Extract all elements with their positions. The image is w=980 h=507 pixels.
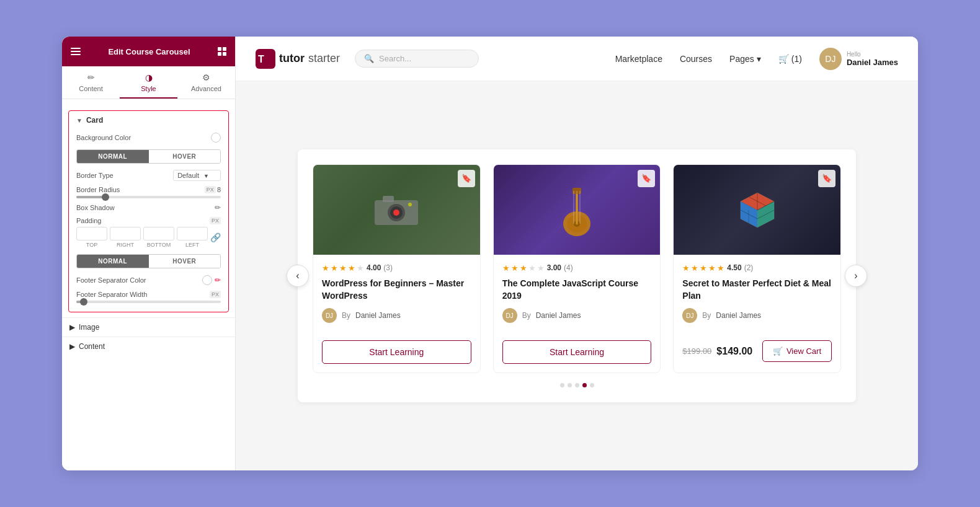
footer-sep-width-px: PX — [210, 291, 221, 298]
sale-price: $149.00 — [716, 346, 752, 357]
site-header: T tutor starter 🔍 Search... Marketplace … — [236, 37, 918, 81]
course-image-2: 🔖 — [494, 165, 661, 255]
card-section: ▼ Card Background Color NORMAL HOVER Bor… — [68, 110, 229, 312]
camera-svg — [372, 191, 421, 228]
image-section[interactable]: ▶ Image — [62, 317, 235, 337]
tab-style[interactable]: ◑ Style — [120, 66, 177, 99]
star-2-2: ★ — [511, 263, 519, 273]
tab-content[interactable]: ✏ Content — [62, 66, 120, 99]
cart-button[interactable]: 🛒 (1) — [778, 54, 802, 64]
star-1-1: ★ — [322, 263, 329, 273]
border-radius-slider[interactable] — [76, 196, 221, 198]
padding-label: Padding — [76, 217, 101, 224]
padding-left-wrap: LEFT — [177, 227, 208, 248]
author-row-3: DJ By Daniel James — [682, 308, 832, 323]
normal-btn[interactable]: NORMAL — [77, 150, 149, 163]
bookmark-btn-3[interactable]: 🔖 — [818, 170, 835, 187]
carousel-prev-arrow[interactable]: ‹ — [287, 265, 309, 287]
grid-icon[interactable] — [218, 47, 226, 56]
hamburger-icon[interactable] — [71, 48, 81, 55]
border-radius-row: Border Radius PX 8 — [69, 183, 228, 201]
gear-icon: ⚙ — [202, 73, 210, 82]
padding-top-input[interactable] — [76, 227, 107, 240]
footer-sep-edit-icon[interactable]: ✏ — [215, 276, 221, 284]
logo: T tutor starter — [256, 49, 340, 69]
rating-val-1: 4.00 — [367, 263, 381, 272]
carousel-next-arrow[interactable]: › — [845, 265, 867, 287]
view-cart-btn[interactable]: 🛒 View Cart — [762, 340, 832, 362]
padding-bottom-wrap: BOTTOM — [143, 227, 174, 248]
course-card-2: 🔖 ★ ★ ★ ★ ★ 3.00 — [493, 164, 661, 373]
pencil-icon: ✏ — [87, 73, 95, 82]
content-section[interactable]: ▶ Content — [62, 337, 235, 356]
border-type-select[interactable]: Default ▼ — [173, 170, 221, 181]
main-content: ‹ › — [236, 81, 918, 470]
user-area: DJ Hello Daniel James — [819, 48, 898, 70]
tab-advanced-label: Advanced — [191, 85, 221, 92]
author-avatar-2: DJ — [502, 308, 517, 323]
carousel-dots — [313, 383, 841, 387]
star-3-5: ★ — [717, 263, 724, 273]
search-placeholder: Search... — [379, 54, 411, 63]
course-card-3: 🔖 ★ ★ ★ ★ ★ 4.50 — [673, 164, 841, 373]
price-row: $199.00 $149.00 — [682, 346, 752, 357]
style-icon: ◑ — [145, 73, 153, 82]
course-image-3: 🔖 — [674, 165, 840, 255]
cards-row: 🔖 ★ ★ ★ ★ ★ 4.00 — [313, 164, 841, 373]
dot-1[interactable] — [560, 383, 564, 387]
card-footer-1: Start Learning — [313, 340, 480, 373]
nav-marketplace[interactable]: Marketplace — [615, 54, 662, 64]
panel-tabs: ✏ Content ◑ Style ⚙ Advanced — [62, 66, 235, 99]
normal-hover-toggle: NORMAL HOVER — [76, 149, 221, 164]
padding-bottom-input[interactable] — [143, 227, 174, 240]
logo-tutor-text: tutor — [279, 52, 305, 65]
review-count-2: (4) — [564, 263, 573, 272]
padding-section: Padding PX TOP RIGHT — [69, 214, 228, 250]
footer-sep-color-swatch[interactable] — [202, 275, 212, 285]
search-icon: 🔍 — [364, 54, 374, 63]
star-3-2: ★ — [691, 263, 698, 273]
hover-btn-2[interactable]: HOVER — [149, 255, 221, 268]
star-2-5: ★ — [537, 263, 545, 273]
footer-sep-width-slider[interactable] — [76, 301, 221, 303]
dot-5[interactable] — [590, 383, 594, 387]
original-price: $199.00 — [682, 346, 711, 356]
stars-3: ★ ★ ★ ★ ★ — [682, 263, 724, 273]
start-learning-btn-2[interactable]: Start Learning — [502, 340, 652, 364]
star-3-3: ★ — [700, 263, 707, 273]
dot-3[interactable] — [575, 383, 579, 387]
author-name-3: Daniel James — [716, 311, 761, 320]
hover-btn[interactable]: HOVER — [149, 150, 221, 163]
search-bar[interactable]: 🔍 Search... — [355, 50, 479, 68]
padding-left-input[interactable] — [177, 227, 208, 240]
author-row-1: DJ By Daniel James — [322, 308, 471, 323]
star-1-5: ★ — [357, 263, 364, 273]
dot-4[interactable] — [582, 383, 587, 387]
padding-right-input[interactable] — [110, 227, 141, 240]
nav-courses[interactable]: Courses — [680, 54, 712, 64]
link-icon[interactable]: 🔗 — [210, 232, 221, 242]
course-body-1: ★ ★ ★ ★ ★ 4.00 (3) WordPress for Beginne… — [313, 255, 480, 340]
star-1-2: ★ — [331, 263, 338, 273]
editor-panel: Edit Course Carousel ✏ Content ◑ Style ⚙… — [62, 37, 236, 470]
normal-btn-2[interactable]: NORMAL — [77, 255, 149, 268]
bg-color-swatch[interactable] — [211, 133, 221, 143]
bookmark-btn-2[interactable]: 🔖 — [638, 170, 655, 187]
nav-links: Marketplace Courses Pages ▾ 🛒 (1) DJ Hel… — [615, 48, 898, 70]
logo-icon: T — [256, 49, 275, 69]
footer-sep-color-label: Footer Separator Color — [76, 276, 202, 284]
border-type-value: Default — [177, 172, 199, 179]
stars-1: ★ ★ ★ ★ ★ — [322, 263, 364, 273]
tab-advanced[interactable]: ⚙ Advanced — [177, 66, 235, 99]
bookmark-btn-1[interactable]: 🔖 — [458, 170, 475, 187]
footer-sep-color-row: Footer Separator Color ✏ — [69, 272, 228, 288]
nav-pages[interactable]: Pages ▾ — [729, 54, 761, 64]
card-section-header[interactable]: ▼ Card — [69, 111, 228, 130]
start-learning-btn-1[interactable]: Start Learning — [322, 340, 471, 364]
footer-sep-actions: ✏ — [202, 275, 221, 285]
rubik-svg — [736, 188, 779, 231]
course-body-2: ★ ★ ★ ★ ★ 3.00 (4) The Complete JavaScri… — [494, 255, 661, 340]
dot-2[interactable] — [568, 383, 572, 387]
box-shadow-edit-icon[interactable]: ✏ — [215, 203, 221, 212]
star-3-4: ★ — [708, 263, 716, 273]
